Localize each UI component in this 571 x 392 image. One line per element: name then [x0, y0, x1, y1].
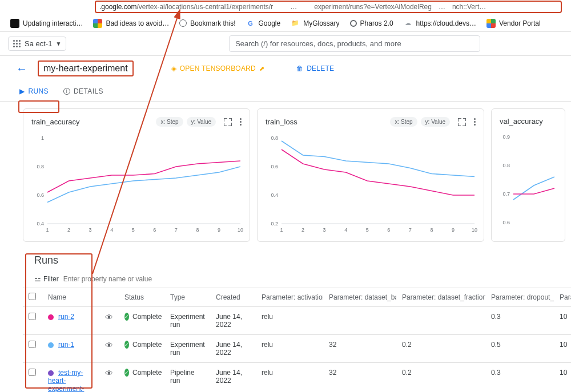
svg-text:4: 4 — [110, 227, 113, 233]
cloud-icon: ☁ — [404, 19, 413, 28]
param-activation: relu — [256, 363, 323, 393]
svg-text:1: 1 — [41, 135, 44, 141]
bookmarks-bar: Updating interacti… Bad ideas to avoid… … — [0, 15, 571, 32]
bookmark-google[interactable]: GGoogle — [246, 19, 281, 28]
param-dropout: 0.3 — [485, 307, 554, 335]
col-split[interactable]: Parameter: dataset_fraction_split — [396, 288, 485, 307]
chart-title: val_accuracy — [500, 117, 543, 126]
col-batch[interactable]: Parameter: dataset_batch — [323, 288, 396, 307]
back-button[interactable]: ← — [16, 62, 27, 75]
url-path: /vertex-ai/locations/us-central1/experim… — [136, 3, 273, 11]
run-created: June 14, 2022 — [210, 363, 256, 393]
bookmark-myglossary[interactable]: 📁MyGlossary — [291, 19, 339, 28]
check-icon: ✓ — [124, 369, 129, 377]
status-complete: ✓Complete — [124, 369, 159, 377]
delete-button[interactable]: 🗑 DELETE — [296, 64, 334, 72]
svg-text:10: 10 — [238, 227, 243, 233]
row-checkbox[interactable] — [29, 369, 36, 376]
col-created[interactable]: Created — [210, 288, 256, 307]
filter-icon: ⚍ — [34, 274, 41, 283]
param-activation: relu — [256, 307, 323, 335]
param-batch — [323, 307, 396, 335]
run-created: June 14, 2022 — [210, 335, 256, 363]
bookmark-this[interactable]: Bookmark this! — [179, 19, 235, 27]
visibility-icon[interactable]: 👁 — [105, 313, 113, 322]
console-header: Sa ect-1 ▼ Search (/) for resources, doc… — [0, 32, 571, 56]
status-complete: ✓Complete — [124, 313, 159, 321]
fullscreen-icon[interactable] — [458, 118, 466, 126]
col-activation[interactable]: Parameter: activation — [256, 288, 323, 307]
check-icon: ✓ — [124, 313, 129, 321]
svg-text:7: 7 — [175, 227, 178, 233]
svg-text:0.8: 0.8 — [502, 163, 510, 168]
svg-text:0.8: 0.8 — [271, 135, 278, 141]
svg-text:0.6: 0.6 — [37, 192, 44, 198]
row-checkbox[interactable] — [29, 341, 36, 348]
run-created: June 14, 2022 — [210, 307, 256, 335]
info-icon: i — [63, 88, 70, 95]
chip-x[interactable]: x: Step — [390, 117, 417, 127]
chart-train-loss: train_loss x: Step y: Value 0.20.40.60.8… — [257, 108, 484, 242]
chart-title: train_loss — [266, 118, 297, 126]
col-status[interactable]: Status — [119, 288, 164, 307]
fullscreen-icon[interactable] — [224, 118, 232, 126]
param-dropout: 0.5 — [485, 335, 554, 363]
col-dropout[interactable]: Parameter: dropout_rate — [485, 288, 554, 307]
filter-input[interactable] — [63, 275, 548, 283]
chip-y[interactable]: y: Value — [187, 117, 216, 127]
chip-x[interactable]: x: Step — [156, 117, 183, 127]
param-split: 0.2 — [396, 363, 485, 393]
tab-runs[interactable]: ▶ RUNS — [19, 81, 49, 101]
more-icon[interactable] — [474, 118, 476, 126]
runs-section: Runs ⚍ Filter Name Status Type Created P… — [0, 246, 571, 392]
url-host: .google.com — [99, 3, 136, 11]
select-all-checkbox[interactable] — [29, 293, 36, 300]
table-row: run-2 👁 ✓Complete Experiment run June 14… — [23, 307, 571, 335]
bookmark-badideas[interactable]: Bad ideas to avoid… — [93, 19, 169, 28]
col-more[interactable]: Param — [554, 288, 571, 307]
tab-details[interactable]: i DETAILS — [63, 81, 103, 101]
run-color-dot — [48, 342, 54, 348]
col-name[interactable]: Name — [42, 288, 99, 307]
trash-icon: 🗑 — [296, 64, 303, 72]
run-name-link[interactable]: run-2 — [58, 313, 74, 321]
open-tensorboard-button[interactable]: ◈ OPEN TENSORBOARD ⬈ — [171, 64, 264, 72]
col-type[interactable]: Type — [164, 288, 210, 307]
more-icon[interactable] — [240, 118, 242, 126]
svg-text:0.8: 0.8 — [37, 164, 44, 169]
svg-text:10: 10 — [472, 227, 477, 233]
run-name-link[interactable]: run-1 — [58, 341, 74, 349]
run-color-dot — [48, 370, 54, 376]
param-split: 0.2 — [396, 335, 485, 363]
chart-title: train_accuracy — [31, 118, 80, 126]
filter-row: ⚍ Filter — [23, 274, 548, 283]
bookmark-clouddevs[interactable]: ☁https://cloud.devs… — [404, 19, 476, 28]
chip-y[interactable]: y: Value — [421, 117, 450, 127]
svg-text:8: 8 — [196, 227, 199, 233]
url-bar-highlighted[interactable]: .google.com /vertex-ai/locations/us-cent… — [95, 1, 562, 13]
bookmark-vendor[interactable]: Vendor Portal — [486, 19, 541, 28]
experiment-title: my-heart-experiment — [38, 60, 134, 76]
bookmark-pharos[interactable]: Pharos 2.0 — [350, 19, 393, 27]
project-name: Sa ect-1 — [25, 39, 52, 48]
tensorboard-icon: ◈ — [171, 64, 176, 72]
search-input[interactable]: Search (/) for resources, docs, products… — [229, 35, 480, 52]
runs-heading: Runs — [23, 254, 548, 266]
svg-text:9: 9 — [452, 227, 455, 233]
param-more: 10 — [554, 363, 571, 393]
external-link-icon: ⬈ — [259, 65, 264, 72]
param-batch: 32 — [323, 363, 396, 393]
project-selector[interactable]: Sa ect-1 ▼ — [8, 37, 66, 51]
charts-region: train_accuracy x: Step y: Value 0.40.60.… — [0, 102, 571, 246]
bookmark-updating[interactable]: Updating interacti… — [10, 19, 83, 28]
svg-text:3: 3 — [89, 227, 92, 233]
chevron-down-icon: ▼ — [55, 41, 61, 47]
status-complete: ✓Complete — [124, 341, 159, 349]
svg-text:0.4: 0.4 — [271, 192, 278, 198]
visibility-icon[interactable]: 👁 — [105, 341, 113, 350]
row-checkbox[interactable] — [29, 313, 36, 320]
run-color-dot — [48, 314, 54, 320]
svg-text:7: 7 — [409, 227, 412, 233]
visibility-icon[interactable]: 👁 — [105, 369, 113, 378]
svg-text:9: 9 — [218, 227, 220, 233]
